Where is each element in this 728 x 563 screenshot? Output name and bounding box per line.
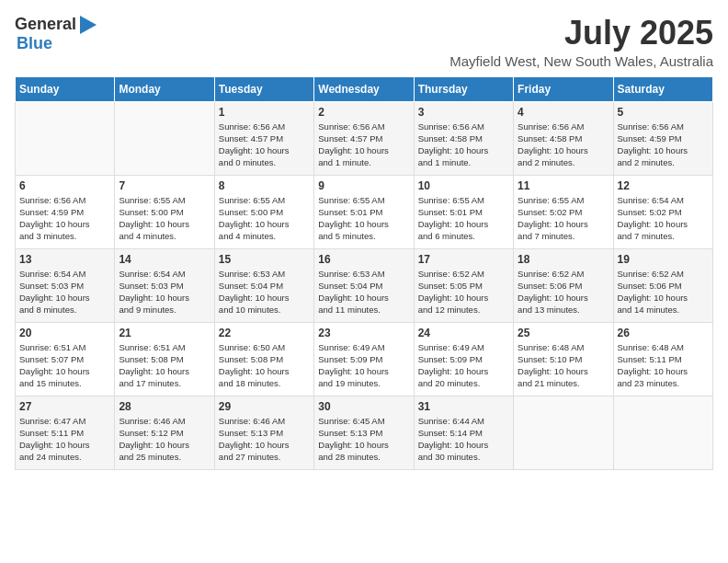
calendar-cell: 23Sunrise: 6:49 AM Sunset: 5:09 PM Dayli…: [314, 322, 414, 396]
day-info: Sunrise: 6:51 AM Sunset: 5:08 PM Dayligh…: [119, 341, 210, 390]
day-number: 21: [119, 327, 210, 339]
calendar-week-2: 6Sunrise: 6:56 AM Sunset: 4:59 PM Daylig…: [16, 175, 713, 248]
day-info: Sunrise: 6:46 AM Sunset: 5:13 PM Dayligh…: [219, 415, 310, 464]
day-number: 18: [518, 253, 609, 266]
day-number: 19: [618, 253, 709, 266]
calendar-cell: [16, 101, 115, 175]
day-info: Sunrise: 6:56 AM Sunset: 4:59 PM Dayligh…: [19, 194, 110, 243]
location-subtitle: Mayfield West, New South Wales, Australi…: [449, 53, 713, 69]
day-number: 30: [318, 400, 409, 413]
calendar-cell: 11Sunrise: 6:55 AM Sunset: 5:02 PM Dayli…: [514, 175, 613, 248]
day-info: Sunrise: 6:51 AM Sunset: 5:07 PM Dayligh…: [19, 341, 110, 390]
day-info: Sunrise: 6:54 AM Sunset: 5:03 PM Dayligh…: [19, 268, 110, 316]
day-info: Sunrise: 6:55 AM Sunset: 5:00 PM Dayligh…: [119, 194, 210, 243]
day-number: 24: [418, 327, 509, 339]
day-info: Sunrise: 6:56 AM Sunset: 4:59 PM Dayligh…: [618, 121, 709, 169]
day-info: Sunrise: 6:56 AM Sunset: 4:57 PM Dayligh…: [219, 121, 310, 169]
day-number: 7: [119, 179, 210, 192]
calendar-cell: [514, 396, 613, 469]
day-info: Sunrise: 6:56 AM Sunset: 4:58 PM Dayligh…: [518, 121, 609, 169]
calendar-cell: 29Sunrise: 6:46 AM Sunset: 5:13 PM Dayli…: [214, 396, 313, 469]
column-header-wednesday: Wednesday: [314, 76, 414, 101]
day-number: 23: [318, 327, 409, 339]
day-number: 1: [219, 106, 310, 119]
calendar-cell: 18Sunrise: 6:52 AM Sunset: 5:06 PM Dayli…: [514, 248, 613, 322]
column-header-saturday: Saturday: [613, 76, 712, 101]
day-number: 26: [618, 327, 709, 339]
day-info: Sunrise: 6:47 AM Sunset: 5:11 PM Dayligh…: [19, 415, 110, 464]
page-header: General Blue July 2025 Mayfield West, Ne…: [15, 15, 713, 69]
day-info: Sunrise: 6:55 AM Sunset: 5:02 PM Dayligh…: [518, 194, 609, 243]
calendar-cell: 3Sunrise: 6:56 AM Sunset: 4:58 PM Daylig…: [414, 101, 513, 175]
day-info: Sunrise: 6:48 AM Sunset: 5:11 PM Dayligh…: [618, 341, 709, 390]
calendar-week-3: 13Sunrise: 6:54 AM Sunset: 5:03 PM Dayli…: [16, 248, 713, 322]
calendar-cell: 16Sunrise: 6:53 AM Sunset: 5:04 PM Dayli…: [314, 248, 414, 322]
day-number: 29: [219, 400, 310, 413]
calendar-cell: 5Sunrise: 6:56 AM Sunset: 4:59 PM Daylig…: [613, 101, 712, 175]
day-number: 28: [119, 400, 210, 413]
calendar-header: SundayMondayTuesdayWednesdayThursdayFrid…: [16, 76, 713, 101]
day-info: Sunrise: 6:52 AM Sunset: 5:06 PM Dayligh…: [518, 268, 609, 316]
calendar-cell: 28Sunrise: 6:46 AM Sunset: 5:12 PM Dayli…: [115, 396, 214, 469]
calendar-cell: 31Sunrise: 6:44 AM Sunset: 5:14 PM Dayli…: [414, 396, 513, 469]
calendar-week-1: 1Sunrise: 6:56 AM Sunset: 4:57 PM Daylig…: [16, 101, 713, 175]
calendar-cell: 2Sunrise: 6:56 AM Sunset: 4:57 PM Daylig…: [314, 101, 414, 175]
column-header-monday: Monday: [115, 76, 214, 101]
calendar-cell: 6Sunrise: 6:56 AM Sunset: 4:59 PM Daylig…: [16, 175, 115, 248]
title-block: July 2025 Mayfield West, New South Wales…: [449, 15, 713, 69]
logo: General Blue: [15, 15, 97, 53]
day-number: 2: [318, 106, 409, 119]
calendar-cell: 15Sunrise: 6:53 AM Sunset: 5:04 PM Dayli…: [214, 248, 313, 322]
day-number: 22: [219, 327, 310, 339]
calendar-cell: 13Sunrise: 6:54 AM Sunset: 5:03 PM Dayli…: [16, 248, 115, 322]
day-info: Sunrise: 6:52 AM Sunset: 5:06 PM Dayligh…: [618, 268, 709, 316]
day-info: Sunrise: 6:49 AM Sunset: 5:09 PM Dayligh…: [318, 341, 409, 390]
day-number: 16: [318, 253, 409, 266]
day-number: 11: [518, 179, 609, 192]
day-info: Sunrise: 6:53 AM Sunset: 5:04 PM Dayligh…: [318, 268, 409, 316]
calendar-cell: 7Sunrise: 6:55 AM Sunset: 5:00 PM Daylig…: [115, 175, 214, 248]
calendar-week-4: 20Sunrise: 6:51 AM Sunset: 5:07 PM Dayli…: [16, 322, 713, 396]
calendar-cell: 8Sunrise: 6:55 AM Sunset: 5:00 PM Daylig…: [214, 175, 313, 248]
day-info: Sunrise: 6:52 AM Sunset: 5:05 PM Dayligh…: [418, 268, 509, 316]
calendar-body: 1Sunrise: 6:56 AM Sunset: 4:57 PM Daylig…: [16, 101, 713, 469]
logo-general-text: General: [15, 15, 76, 34]
calendar-week-5: 27Sunrise: 6:47 AM Sunset: 5:11 PM Dayli…: [16, 396, 713, 469]
calendar-cell: 17Sunrise: 6:52 AM Sunset: 5:05 PM Dayli…: [414, 248, 513, 322]
calendar-cell: 19Sunrise: 6:52 AM Sunset: 5:06 PM Dayli…: [613, 248, 712, 322]
month-title: July 2025: [449, 15, 713, 52]
calendar-cell: [115, 101, 214, 175]
day-info: Sunrise: 6:49 AM Sunset: 5:09 PM Dayligh…: [418, 341, 509, 390]
calendar-cell: 24Sunrise: 6:49 AM Sunset: 5:09 PM Dayli…: [414, 322, 513, 396]
day-number: 3: [418, 106, 509, 119]
day-number: 17: [418, 253, 509, 266]
day-number: 9: [318, 179, 409, 192]
day-number: 13: [19, 253, 110, 266]
day-info: Sunrise: 6:55 AM Sunset: 5:01 PM Dayligh…: [418, 194, 509, 243]
day-number: 5: [618, 106, 709, 119]
day-info: Sunrise: 6:55 AM Sunset: 5:00 PM Dayligh…: [219, 194, 310, 243]
day-info: Sunrise: 6:46 AM Sunset: 5:12 PM Dayligh…: [119, 415, 210, 464]
day-number: 20: [19, 327, 110, 339]
day-number: 14: [119, 253, 210, 266]
calendar-cell: 27Sunrise: 6:47 AM Sunset: 5:11 PM Dayli…: [16, 396, 115, 469]
day-info: Sunrise: 6:56 AM Sunset: 4:58 PM Dayligh…: [418, 121, 509, 169]
calendar-cell: 12Sunrise: 6:54 AM Sunset: 5:02 PM Dayli…: [613, 175, 712, 248]
day-number: 4: [518, 106, 609, 119]
calendar-cell: 9Sunrise: 6:55 AM Sunset: 5:01 PM Daylig…: [314, 175, 414, 248]
calendar-cell: 14Sunrise: 6:54 AM Sunset: 5:03 PM Dayli…: [115, 248, 214, 322]
column-header-tuesday: Tuesday: [214, 76, 313, 101]
column-header-thursday: Thursday: [414, 76, 513, 101]
logo-arrow-icon: [80, 16, 97, 34]
calendar-cell: 1Sunrise: 6:56 AM Sunset: 4:57 PM Daylig…: [214, 101, 313, 175]
day-info: Sunrise: 6:44 AM Sunset: 5:14 PM Dayligh…: [418, 415, 509, 464]
column-header-friday: Friday: [514, 76, 613, 101]
day-number: 10: [418, 179, 509, 192]
day-info: Sunrise: 6:56 AM Sunset: 4:57 PM Dayligh…: [318, 121, 409, 169]
calendar-cell: 4Sunrise: 6:56 AM Sunset: 4:58 PM Daylig…: [514, 101, 613, 175]
calendar-cell: 10Sunrise: 6:55 AM Sunset: 5:01 PM Dayli…: [414, 175, 513, 248]
day-info: Sunrise: 6:50 AM Sunset: 5:08 PM Dayligh…: [219, 341, 310, 390]
calendar-cell: 25Sunrise: 6:48 AM Sunset: 5:10 PM Dayli…: [514, 322, 613, 396]
day-number: 25: [518, 327, 609, 339]
day-number: 27: [19, 400, 110, 413]
